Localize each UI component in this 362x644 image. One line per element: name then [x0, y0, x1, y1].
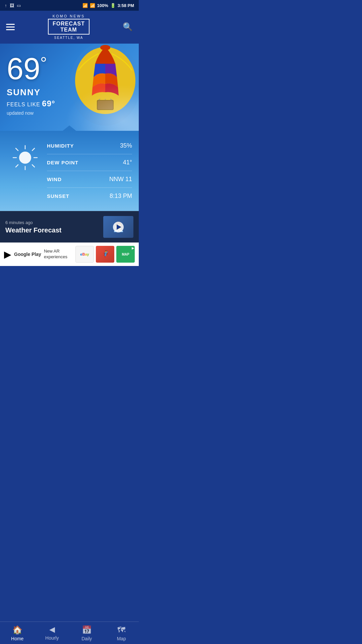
current-temperature: 69°	[7, 54, 132, 84]
logo-komo-text: KOMO NEWS	[48, 14, 89, 18]
map-ad-icon: MAP ▶	[116, 246, 135, 263]
feels-like-row: FEELS LIKE 69°	[7, 99, 132, 108]
video-time-ago: 6 minutes ago	[5, 220, 99, 225]
wind-row: WIND NNW 11	[47, 171, 132, 188]
ad-logo-text: Google Play	[14, 252, 41, 257]
svg-point-7	[100, 45, 110, 50]
feels-like-label: FEELS LIKE	[7, 102, 40, 107]
sunset-row: SUNSET 8:13 PM	[47, 188, 132, 204]
dewpoint-row: DEW POINT 41°	[47, 154, 132, 171]
weather-hero: 69° SUNNY FEELS LIKE 69° updated now	[0, 44, 139, 131]
play-button[interactable]	[113, 222, 124, 232]
svg-line-13	[32, 165, 35, 167]
status-left: ↑ 🖼 ▭	[5, 3, 21, 8]
ad-apps-row: eBay 🦸 MAP ▶	[75, 246, 135, 263]
video-title: Weather Forecast	[5, 226, 99, 234]
weather-condition-panel: SUNNY FEELS LIKE 69° updated now	[7, 87, 132, 116]
sun-icon	[12, 144, 39, 171]
weather-details-panel: HUMIDITY 35% DEW POINT 41° WIND NNW 11 S…	[0, 131, 139, 211]
svg-point-16	[19, 152, 31, 164]
play-triangle-icon	[117, 224, 121, 230]
battery-icon: 🔋	[110, 3, 116, 8]
app-header: KOMO NEWS FORECASTTEAM SEATTLE, WA 🔍	[0, 11, 139, 44]
status-bar: ↑ 🖼 ▭ 📶 📶 100% 🔋 3:58 PM	[0, 0, 139, 11]
humidity-label: HUMIDITY	[47, 143, 74, 149]
sunset-label: SUNSET	[47, 193, 69, 199]
google-play-icon: ▶	[4, 249, 11, 260]
humidity-row: HUMIDITY 35%	[47, 138, 132, 154]
logo-forecast-team: FORECASTTEAM	[48, 19, 89, 35]
humidity-value: 35%	[120, 142, 132, 149]
wifi-icon: 📶	[82, 3, 88, 8]
sunset-value: 8:13 PM	[110, 193, 132, 200]
dewpoint-value: 41°	[123, 159, 132, 166]
sun-icon-area	[10, 138, 40, 171]
svg-line-12	[16, 148, 18, 151]
location-label: SEATTLE, WA	[48, 36, 89, 40]
feels-like-temp: 69°	[42, 99, 55, 108]
details-rows: HUMIDITY 35% DEW POINT 41° WIND NNW 11 S…	[47, 138, 132, 204]
signal-icon: 📶	[90, 3, 95, 8]
screen-icon: ▭	[17, 3, 21, 8]
superhero-ad-icon: 🦸	[96, 246, 114, 263]
image-icon: 🖼	[10, 3, 14, 8]
ebay-ad-icon: eBay	[75, 246, 94, 263]
svg-line-14	[32, 148, 35, 151]
wind-label: WIND	[47, 176, 62, 182]
updated-time: updated now	[7, 110, 132, 116]
menu-button[interactable]	[6, 22, 15, 32]
search-button[interactable]: 🔍	[123, 22, 133, 32]
upload-icon: ↑	[5, 3, 7, 8]
dewpoint-label: DEW POINT	[47, 160, 78, 165]
app-logo: KOMO NEWS FORECASTTEAM SEATTLE, WA	[48, 14, 89, 40]
svg-line-15	[16, 165, 18, 167]
video-section[interactable]: 6 minutes ago Weather Forecast 👨‍💼	[0, 211, 139, 243]
google-play-ad: ▶ Google Play New ARexperiences	[4, 249, 72, 260]
clock: 3:58 PM	[118, 3, 134, 8]
ad-banner[interactable]: ▶ Google Play New ARexperiences eBay 🦸 M…	[0, 243, 139, 266]
ad-text: New ARexperiences	[44, 249, 67, 260]
video-text: 6 minutes ago Weather Forecast	[5, 220, 99, 234]
condition-text: SUNNY	[7, 87, 132, 98]
video-thumbnail[interactable]: 👨‍💼	[103, 216, 133, 238]
details-inner: HUMIDITY 35% DEW POINT 41° WIND NNW 11 S…	[10, 138, 132, 204]
status-right: 📶 📶 100% 🔋 3:58 PM	[82, 3, 134, 8]
battery-percent: 100%	[97, 3, 108, 8]
wind-value: NNW 11	[109, 176, 132, 183]
